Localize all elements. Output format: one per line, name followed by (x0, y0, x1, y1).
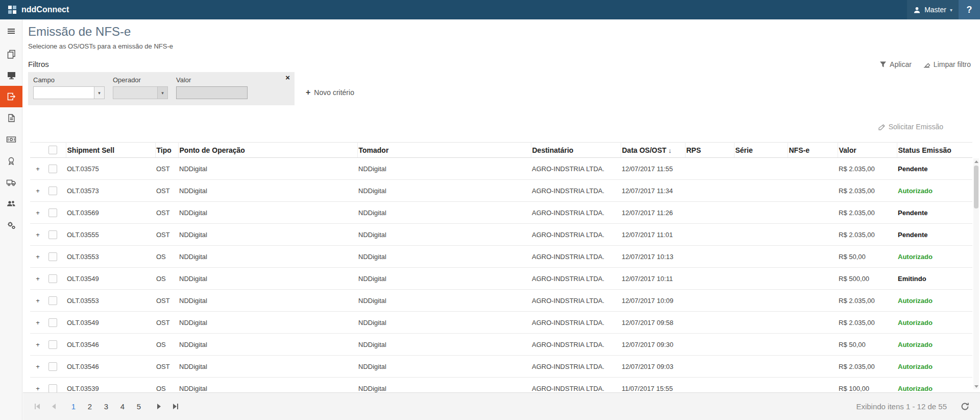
column-header-status[interactable]: Status Emissão (897, 143, 972, 158)
sidebar-item-billing[interactable] (0, 129, 22, 150)
scroll-up-button[interactable] (973, 158, 979, 165)
sidebar (0, 19, 22, 420)
expand-row-button[interactable]: + (30, 312, 47, 334)
sidebar-item-settings[interactable] (0, 215, 22, 236)
cell-ponto: NDDigital (178, 356, 357, 378)
row-checkbox-cell (47, 290, 66, 312)
cell-ponto: NDDigital (178, 290, 357, 312)
page-button-1[interactable]: 1 (67, 400, 80, 414)
cell-nfse (788, 334, 838, 356)
page-button-2[interactable]: 2 (83, 400, 96, 414)
page-button-5[interactable]: 5 (132, 400, 145, 414)
first-page-icon (34, 403, 41, 410)
cell-valor: R$ 2.035,00 (838, 202, 897, 224)
column-header-rps[interactable]: RPS (685, 143, 734, 158)
vertical-scrollbar[interactable] (973, 158, 979, 389)
cell-status: Autorizado (897, 334, 972, 356)
scroll-down-button[interactable] (973, 383, 979, 389)
expand-row-button[interactable]: + (30, 180, 47, 202)
column-header-ponto[interactable]: Ponto de Operação (178, 143, 357, 158)
remove-criterion-button[interactable]: × (285, 74, 290, 81)
scrollbar-thumb[interactable] (974, 166, 978, 208)
cell-shipment: OLT.03549 (66, 312, 155, 334)
sidebar-item-monitor[interactable] (0, 64, 22, 86)
row-checkbox[interactable] (48, 384, 57, 392)
apply-filter-button[interactable]: Aplicar (879, 60, 912, 68)
expand-row-button[interactable]: + (30, 378, 47, 393)
column-header-destinatario[interactable]: Destinatário (531, 143, 621, 158)
column-header-serie[interactable]: Série (734, 143, 788, 158)
clear-filter-button[interactable]: Limpar filtro (923, 60, 971, 68)
sidebar-item-emission[interactable] (0, 86, 22, 107)
cell-tipo: OST (155, 312, 178, 334)
sidebar-item-users[interactable] (0, 193, 22, 215)
cell-destinatario: AGRO-INDSTRIA LTDA. (531, 356, 621, 378)
first-page-button[interactable] (30, 400, 44, 414)
cell-data: 12/07/2017 11:34 (621, 180, 685, 202)
sidebar-item-logistics[interactable] (0, 172, 22, 193)
cell-destinatario: AGRO-INDSTRIA LTDA. (531, 224, 621, 246)
sidebar-item-shipments[interactable] (0, 43, 22, 64)
column-header-shipment[interactable]: Shipment Sell (66, 143, 155, 158)
row-checkbox[interactable] (48, 318, 57, 327)
page-button-4[interactable]: 4 (116, 400, 129, 414)
expand-row-button[interactable]: + (30, 268, 47, 290)
column-header-valor[interactable]: Valor (838, 143, 897, 158)
column-header-nfse[interactable]: NFS-e (788, 143, 838, 158)
row-checkbox[interactable] (48, 274, 57, 283)
row-checkbox-cell (47, 356, 66, 378)
column-header-data[interactable]: Data OS/OST ↓ (621, 143, 685, 158)
page-button-3[interactable]: 3 (100, 400, 113, 414)
column-header-tomador[interactable]: Tomador (357, 143, 531, 158)
new-criterion-button[interactable]: + Novo critério (306, 88, 354, 97)
cell-nfse (788, 246, 838, 268)
row-checkbox-cell (47, 224, 66, 246)
column-header-tipo[interactable]: Tipo (155, 143, 178, 158)
row-checkbox[interactable] (48, 340, 57, 349)
request-emission-button[interactable]: Solicitar Emissão (878, 122, 943, 132)
expand-row-button[interactable]: + (30, 356, 47, 378)
cell-tipo: OS (155, 246, 178, 268)
sidebar-item-documents[interactable] (0, 107, 22, 129)
campo-select[interactable]: ▾ (33, 86, 105, 99)
last-page-button[interactable] (168, 400, 182, 414)
cell-serie (734, 290, 788, 312)
row-checkbox[interactable] (48, 186, 57, 195)
expand-row-button[interactable]: + (30, 334, 47, 356)
operador-select[interactable]: ▾ (113, 86, 168, 99)
expand-row-button[interactable]: + (30, 158, 47, 180)
cell-data: 12/07/2017 09:58 (621, 312, 685, 334)
cell-data: 12/07/2017 11:01 (621, 224, 685, 246)
cell-rps (685, 312, 734, 334)
cell-tomador: NDDigital (357, 312, 531, 334)
sidebar-item-menu[interactable] (0, 19, 22, 43)
refresh-button[interactable] (960, 402, 970, 411)
table-row: +OLT.03553OSNDDigitalNDDigitalAGRO-INDST… (30, 246, 972, 268)
next-page-button[interactable] (152, 400, 166, 414)
expand-row-button[interactable]: + (30, 202, 47, 224)
monitor-icon (7, 71, 16, 80)
expand-row-button[interactable]: + (30, 224, 47, 246)
cell-shipment: OLT.03539 (66, 378, 155, 393)
user-menu[interactable]: Master ▾ (907, 0, 959, 19)
row-checkbox[interactable] (48, 230, 57, 239)
row-checkbox[interactable] (48, 362, 57, 371)
chevron-down-icon: ▾ (950, 7, 952, 13)
expand-column-header (30, 143, 47, 158)
row-checkbox[interactable] (48, 208, 57, 217)
apply-filter-label: Aplicar (890, 60, 912, 68)
row-checkbox[interactable] (48, 252, 57, 261)
expand-row-button[interactable]: + (30, 246, 47, 268)
select-all-checkbox[interactable] (48, 146, 57, 154)
cell-shipment: OLT.03546 (66, 356, 155, 378)
brand[interactable]: nddConnect (7, 5, 69, 15)
help-button[interactable]: ? (959, 0, 980, 19)
valor-input[interactable] (176, 86, 248, 99)
expand-row-button[interactable]: + (30, 290, 47, 312)
row-checkbox[interactable] (48, 165, 57, 173)
cell-rps (685, 378, 734, 393)
cell-tomador: NDDigital (357, 268, 531, 290)
sidebar-item-certificates[interactable] (0, 150, 22, 172)
prev-page-button[interactable] (46, 400, 61, 414)
row-checkbox[interactable] (48, 296, 57, 305)
